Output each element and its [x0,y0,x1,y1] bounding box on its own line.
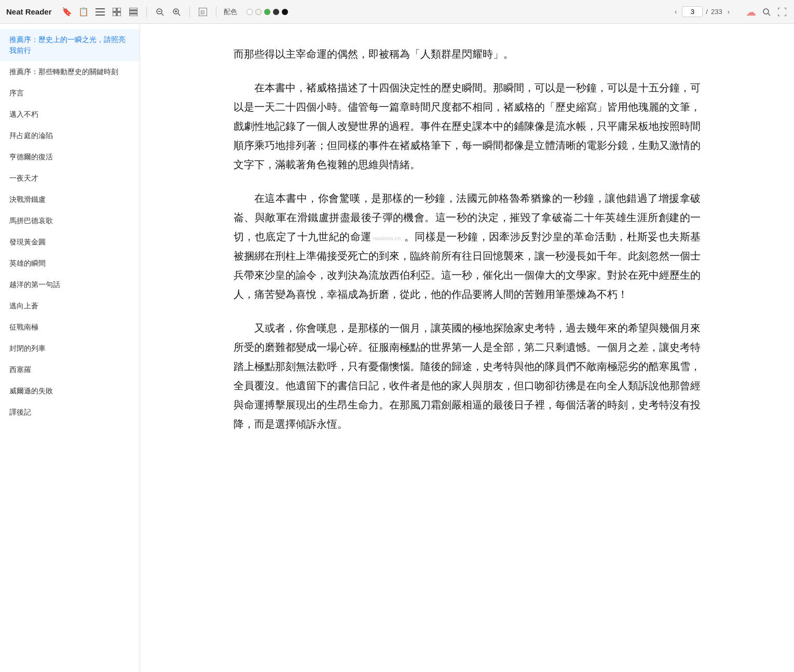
svg-rect-2 [95,15,105,16]
svg-line-14 [178,13,180,16]
sidebar-item-2[interactable]: 序言 [0,83,140,104]
sep3 [216,7,216,17]
reading-content: 而那些得以主宰命運的偶然，即被稱為「人類群星閃耀時」。在本書中，褚威格描述了十四… [234,45,701,434]
svg-point-19 [763,9,769,14]
fullscreen-icon[interactable] [776,6,788,18]
sidebar-item-9[interactable]: 發現黃金圓 [0,231,140,253]
sidebar-item-13[interactable]: 征戰南極 [0,317,140,338]
paragraph-2: 在這本書中，你會驚嘆，是那樣的一秒鐘，法國元帥格魯希猶豫的一秒鐘，讓他錯過了增援… [234,189,701,304]
sidebar-item-4[interactable]: 拜占庭的淪陷 [0,125,140,146]
paragraph-3: 又或者，你會嘆息，是那樣的一個月，讓英國的極地探險家史考特，過去幾年來的希望與幾… [234,319,701,434]
sidebar-item-14[interactable]: 封閉的列車 [0,338,140,359]
page-total: 233 [711,8,722,16]
fit-icon[interactable]: ⊡ [197,6,209,18]
sidebar-item-17[interactable]: 譯後記 [0,402,140,423]
copy-icon[interactable]: 📋 [78,6,89,18]
sidebar-item-6[interactable]: 一夜天才 [0,168,140,189]
page-separator: / [706,8,708,16]
zoom-in-icon[interactable] [171,6,182,18]
sidebar-item-11[interactable]: 越洋的第一句話 [0,274,140,295]
color-white[interactable] [247,9,253,15]
main-area: 推薦序：歷史上的一瞬之光，請照亮我前行推薦序：那些轉動歷史的關鍵時刻序言邁入不朽… [0,24,794,672]
sidebar-item-10[interactable]: 英雄的瞬間 [0,253,140,274]
svg-rect-4 [117,8,121,11]
color-cream[interactable] [255,9,262,15]
paragraph-0: 而那些得以主宰命運的偶然，即被稱為「人類群星閃耀時」。 [234,45,701,64]
sidebar: 推薦序：歷史上的一瞬之光，請照亮我前行推薦序：那些轉動歷史的關鍵時刻序言邁入不朽… [0,24,140,672]
paragraph-1: 在本書中，褚威格描述了十四個決定性的歷史瞬間。那瞬間，可以是一秒鐘，可以是十五分… [234,78,701,174]
svg-rect-0 [95,8,105,9]
color-dark[interactable] [273,9,279,15]
svg-rect-1 [95,11,105,12]
sidebar-item-1[interactable]: 推薦序：那些轉動歷史的關鍵時刻 [0,61,140,83]
svg-rect-3 [113,8,116,11]
svg-rect-5 [113,12,116,16]
bookmark-icon[interactable]: 🔖 [61,6,73,18]
svg-line-11 [161,13,163,16]
sidebar-item-5[interactable]: 亨德爾的復活 [0,146,140,168]
sidebar-item-16[interactable]: 威爾遜的失敗 [0,380,140,402]
color-black[interactable] [282,9,288,15]
svg-rect-7 [129,8,138,10]
sep1 [146,7,147,17]
sidebar-item-7[interactable]: 決戰滑鐵盧 [0,189,140,210]
page-navigation: ‹ / 233 › [673,6,732,17]
sidebar-item-12[interactable]: 逃向上蒼 [0,295,140,317]
grid-icon[interactable] [111,6,122,18]
prev-page-button[interactable]: ‹ [673,7,679,17]
search-icon[interactable] [761,6,772,18]
app-title: Neat Reader [6,7,52,16]
sidebar-item-15[interactable]: 西塞羅 [0,359,140,380]
layout-icon[interactable] [128,6,139,18]
menu-icon[interactable] [94,6,106,18]
cloud-icon[interactable]: ☁ [745,6,757,18]
svg-text:⊡: ⊡ [200,9,204,15]
page-input[interactable] [682,6,703,17]
sidebar-item-0[interactable]: 推薦序：歷史上的一瞬之光，請照亮我前行 [0,29,140,61]
sep2 [189,7,190,17]
sidebar-item-3[interactable]: 邁入不朽 [0,104,140,125]
svg-rect-6 [117,12,121,16]
svg-rect-8 [129,11,138,13]
toolbar-right: ☁ [745,6,788,18]
content-area[interactable]: 而那些得以主宰命運的偶然，即被稱為「人類群星閃耀時」。在本書中，褚威格描述了十四… [140,24,794,672]
next-page-button[interactable]: › [725,7,732,17]
color-label: 配色 [224,7,237,17]
zoom-out-icon[interactable] [154,6,166,18]
svg-line-20 [768,13,770,16]
toolbar: Neat Reader 🔖 📋 ⊡ 配色 ‹ / 233 › ☁ [0,0,794,24]
sidebar-item-8[interactable]: 馬拼巴德哀歌 [0,210,140,231]
color-green[interactable] [264,9,270,15]
svg-rect-9 [129,14,138,16]
color-selector [247,9,288,15]
